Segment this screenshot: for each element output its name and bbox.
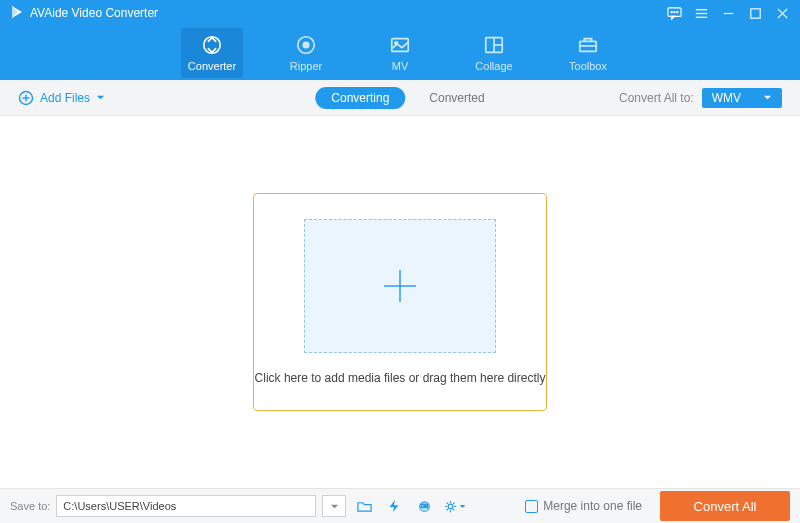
nav-tabs: Converter Ripper MV Collage Toolbox (0, 26, 800, 80)
convert-btn-label: Convert All (694, 499, 757, 514)
svg-point-13 (303, 42, 309, 48)
high-speed-button[interactable]: ON (412, 495, 436, 517)
footer-bar: Save to: C:\Users\USER\Videos ON Merge i… (0, 488, 800, 523)
nav-collage[interactable]: Collage (463, 28, 525, 78)
plus-circle-icon (18, 90, 34, 106)
tab-converting[interactable]: Converting (315, 87, 405, 109)
svg-point-3 (677, 11, 678, 12)
minimize-icon[interactable] (721, 6, 736, 21)
menu-icon[interactable] (694, 6, 709, 21)
tab-converted[interactable]: Converted (429, 91, 484, 105)
convert-all-button[interactable]: Convert All (660, 491, 790, 521)
nav-ripper[interactable]: Ripper (275, 28, 337, 78)
nav-label: MV (392, 60, 409, 72)
svg-text:ON: ON (421, 504, 428, 509)
svg-point-28 (448, 504, 453, 509)
nav-label: Toolbox (569, 60, 607, 72)
main-area: Click here to add media files or drag th… (0, 116, 800, 488)
app-logo-icon (10, 5, 24, 22)
saveto-label: Save to: (10, 500, 50, 512)
format-dropdown[interactable]: WMV (702, 88, 782, 108)
nav-label: Ripper (290, 60, 322, 72)
save-path-dropdown[interactable] (322, 495, 346, 517)
window-controls (667, 6, 790, 21)
titlebar: AVAide Video Converter (0, 0, 800, 26)
nav-label: Converter (188, 60, 236, 72)
svg-point-11 (204, 37, 221, 54)
nav-toolbox[interactable]: Toolbox (557, 28, 619, 78)
save-path-input[interactable]: C:\Users\USER\Videos (56, 495, 316, 517)
open-folder-button[interactable] (352, 495, 376, 517)
status-tabs: Converting Converted (315, 87, 484, 109)
maximize-icon[interactable] (748, 6, 763, 21)
app-title: AVAide Video Converter (30, 6, 158, 20)
plus-icon (378, 264, 422, 308)
close-icon[interactable] (775, 6, 790, 21)
nav-mv[interactable]: MV (369, 28, 431, 78)
drop-target (304, 219, 496, 353)
svg-point-2 (674, 11, 675, 12)
chevron-down-icon (763, 93, 772, 102)
feedback-icon[interactable] (667, 6, 682, 21)
convert-all-label: Convert All to: (619, 91, 694, 105)
svg-point-1 (671, 11, 672, 12)
hardware-accel-button[interactable] (382, 495, 406, 517)
merge-label: Merge into one file (543, 499, 642, 513)
drop-zone[interactable]: Click here to add media files or drag th… (253, 193, 547, 411)
sub-toolbar: Add Files Converting Converted Convert A… (0, 80, 800, 116)
checkbox-icon (525, 500, 538, 513)
add-files-button[interactable]: Add Files (18, 90, 105, 106)
drop-text: Click here to add media files or drag th… (255, 371, 546, 385)
svg-rect-8 (751, 8, 760, 17)
nav-label: Collage (475, 60, 512, 72)
nav-converter[interactable]: Converter (181, 28, 243, 78)
convert-all-to: Convert All to: WMV (619, 88, 782, 108)
chevron-down-icon (96, 93, 105, 102)
format-value: WMV (712, 91, 741, 105)
app-logo-area: AVAide Video Converter (10, 5, 158, 22)
merge-checkbox[interactable]: Merge into one file (525, 499, 642, 513)
settings-button[interactable] (442, 495, 466, 517)
add-files-label: Add Files (40, 91, 90, 105)
